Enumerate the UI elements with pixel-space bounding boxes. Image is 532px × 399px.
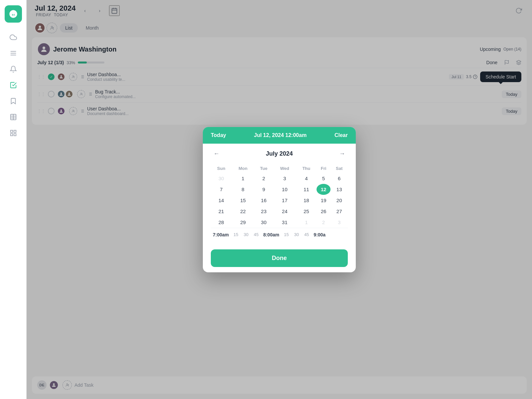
calendar-day[interactable]: 9 — [254, 184, 273, 195]
app-container: Jul 12, 2024 FRIDAY TODAY ‹ › — [0, 0, 532, 399]
calendar-day[interactable]: 10 — [273, 184, 296, 195]
svg-rect-11 — [14, 134, 16, 136]
col-fri: Fri — [317, 164, 331, 173]
time-strip[interactable]: 7:00am1530458:00am1530459:00a — [211, 228, 348, 240]
calendar-popup: Today Jul 12, 2024 12:00am Clear ← July … — [203, 127, 356, 272]
col-thu: Thu — [296, 164, 317, 173]
time-minute-label[interactable]: 30 — [241, 232, 251, 237]
calendar-day[interactable]: 7 — [211, 184, 232, 195]
calendar-day[interactable]: 5 — [317, 173, 331, 184]
time-minute-label[interactable]: 30 — [291, 232, 301, 237]
main-content: Jul 12, 2024 FRIDAY TODAY ‹ › — [27, 0, 532, 399]
time-minute-label[interactable]: 45 — [302, 232, 312, 237]
calendar-grid: Sun Mon Tue Wed Thu Fri Sat 301234567891… — [211, 164, 348, 228]
calendar-next-month[interactable]: → — [336, 149, 348, 159]
calendar-today-button[interactable]: Today — [211, 132, 226, 138]
calendar-day[interactable]: 16 — [254, 195, 273, 206]
col-sun: Sun — [211, 164, 232, 173]
calendar-day[interactable]: 22 — [232, 206, 254, 217]
calendar-body: ← July 2024 → Sun Mon Tue Wed Thu — [203, 144, 356, 245]
calendar-day[interactable]: 12 — [317, 184, 331, 195]
sidebar-item-grid[interactable] — [7, 126, 20, 140]
time-minute-label[interactable]: 15 — [231, 232, 241, 237]
calendar-day[interactable]: 1 — [296, 217, 317, 228]
col-mon: Mon — [232, 164, 254, 173]
sidebar — [0, 0, 27, 399]
time-minute-label[interactable]: 45 — [251, 232, 261, 237]
calendar-day[interactable]: 23 — [254, 206, 273, 217]
svg-rect-9 — [14, 130, 16, 132]
calendar-overlay[interactable]: Today Jul 12, 2024 12:00am Clear ← July … — [27, 0, 532, 399]
app-logo[interactable] — [5, 5, 22, 23]
calendar-footer: Done — [203, 245, 356, 272]
calendar-day[interactable]: 30 — [211, 173, 232, 184]
calendar-day[interactable]: 29 — [232, 217, 254, 228]
calendar-day[interactable]: 27 — [331, 206, 348, 217]
calendar-day[interactable]: 13 — [331, 184, 348, 195]
calendar-day[interactable]: 21 — [211, 206, 232, 217]
calendar-day[interactable]: 24 — [273, 206, 296, 217]
sidebar-item-tasks[interactable] — [7, 78, 20, 92]
svg-rect-10 — [10, 134, 12, 136]
time-hour-label[interactable]: 8:00am — [261, 232, 281, 237]
sidebar-item-table[interactable] — [7, 110, 20, 124]
calendar-day[interactable]: 25 — [296, 206, 317, 217]
svg-rect-8 — [10, 130, 12, 132]
calendar-day[interactable]: 18 — [296, 195, 317, 206]
col-tue: Tue — [254, 164, 273, 173]
calendar-day[interactable]: 31 — [273, 217, 296, 228]
calendar-day[interactable]: 6 — [331, 173, 348, 184]
time-hour-label[interactable]: 7:00am — [211, 232, 231, 237]
sidebar-item-bookmark[interactable] — [7, 94, 20, 108]
sidebar-item-cloud[interactable] — [7, 31, 20, 44]
calendar-day[interactable]: 3 — [331, 217, 348, 228]
calendar-month-nav: ← July 2024 → — [211, 149, 348, 159]
calendar-month-title: July 2024 — [266, 150, 293, 157]
svg-point-0 — [12, 13, 14, 15]
calendar-day[interactable]: 26 — [317, 206, 331, 217]
col-sat: Sat — [331, 164, 348, 173]
calendar-day[interactable]: 2 — [254, 173, 273, 184]
col-wed: Wed — [273, 164, 296, 173]
calendar-day[interactable]: 11 — [296, 184, 317, 195]
calendar-day[interactable]: 28 — [211, 217, 232, 228]
calendar-day[interactable]: 14 — [211, 195, 232, 206]
calendar-day[interactable]: 20 — [331, 195, 348, 206]
calendar-day[interactable]: 1 — [232, 173, 254, 184]
calendar-done-button[interactable]: Done — [211, 249, 348, 267]
calendar-current-date: Jul 12, 2024 12:00am — [254, 132, 307, 138]
calendar-prev-month[interactable]: ← — [211, 149, 222, 159]
time-hour-label[interactable]: 9:00a — [312, 232, 328, 237]
calendar-day[interactable]: 19 — [317, 195, 331, 206]
calendar-day[interactable]: 17 — [273, 195, 296, 206]
calendar-header: Today Jul 12, 2024 12:00am Clear — [203, 127, 356, 144]
calendar-clear-button[interactable]: Clear — [334, 132, 348, 138]
calendar-day[interactable]: 30 — [254, 217, 273, 228]
calendar-day[interactable]: 15 — [232, 195, 254, 206]
sidebar-item-bell[interactable] — [7, 63, 20, 76]
calendar-day[interactable]: 2 — [317, 217, 331, 228]
calendar-day[interactable]: 4 — [296, 173, 317, 184]
calendar-day[interactable]: 3 — [273, 173, 296, 184]
calendar-day[interactable]: 8 — [232, 184, 254, 195]
sidebar-item-menu[interactable] — [7, 47, 20, 60]
time-minute-label[interactable]: 15 — [281, 232, 291, 237]
